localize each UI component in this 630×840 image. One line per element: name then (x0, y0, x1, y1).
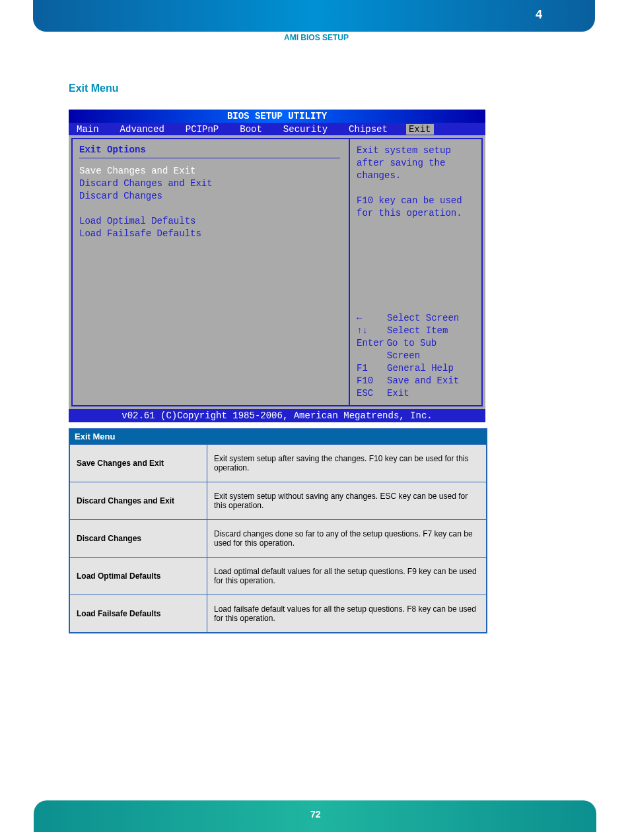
bios-option-failsafe[interactable]: Load Failsafe Defaults (79, 228, 342, 240)
bios-help-text: Exit system setup after saving the chang… (357, 145, 475, 220)
key-row: F10Save and Exit (357, 375, 475, 387)
key: F10 (357, 375, 387, 387)
table-row: Discard Changes and Exit Exit system set… (70, 482, 487, 520)
options-table-body: Save Changes and Exit Exit system setup … (69, 444, 487, 633)
option-desc: Exit system setup without saving any cha… (207, 482, 487, 520)
table-row: Load Failsafe Defaults Load failsafe def… (70, 595, 487, 633)
options-table-header: Exit Menu (69, 429, 487, 444)
key-desc: Exit (387, 387, 409, 400)
chapter-label: AMI BIOS SETUP (284, 33, 349, 42)
bios-key-legend: ←Select Screen ↑↓Select Item EnterGo to … (357, 312, 475, 400)
key-row: EnterGo to Sub Screen (357, 337, 475, 362)
key-row: ←Select Screen (357, 312, 475, 325)
key-desc: Go to Sub Screen (387, 337, 475, 362)
bios-menu-advanced[interactable]: Advanced (118, 124, 167, 135)
bios-left-panel: Exit Options Save Changes and Exit Disca… (71, 138, 350, 406)
option-desc: Discard changes done so far to any of th… (207, 520, 487, 558)
key-row: F1General Help (357, 362, 475, 375)
bios-menu-security[interactable]: Security (281, 124, 330, 135)
bios-menu-main[interactable]: Main (74, 124, 102, 135)
key: F1 (357, 362, 387, 375)
key-desc: Select Screen (387, 312, 459, 325)
spacer (79, 203, 342, 215)
key-row: ↑↓Select Item (357, 325, 475, 337)
bios-title: BIOS SETUP UTILITY (69, 110, 485, 123)
divider (79, 158, 340, 158)
options-table: Exit Menu Save Changes and Exit Exit sys… (69, 428, 487, 633)
help-line1: Exit system setup after saving the chang… (357, 145, 475, 182)
bios-menu-exit[interactable]: Exit (406, 124, 434, 135)
spacer (357, 182, 475, 195)
option-name: Save Changes and Exit (70, 445, 207, 482)
bios-right-panel: Exit system setup after saving the chang… (350, 138, 483, 406)
key: ↑↓ (357, 325, 387, 337)
key: ESC (357, 387, 387, 400)
key-row: ESCExit (357, 387, 475, 400)
section-title: Exit Menu (69, 82, 119, 94)
bios-left-heading: Exit Options (79, 145, 342, 155)
option-desc: Load optimal default values for all the … (207, 558, 487, 595)
bios-menu-bar: Main Advanced PCIPnP Boot Security Chips… (69, 123, 485, 135)
option-name: Discard Changes and Exit (70, 482, 207, 520)
bios-option-discard[interactable]: Discard Changes (79, 190, 342, 203)
bios-menu-chipset[interactable]: Chipset (346, 124, 390, 135)
bios-option-discard-exit[interactable]: Discard Changes and Exit (79, 178, 342, 190)
key: ← (357, 312, 387, 325)
top-banner: 4 (33, 0, 595, 32)
option-desc: Load failsafe default values for all the… (207, 595, 487, 633)
bios-body: Exit Options Save Changes and Exit Disca… (69, 135, 485, 409)
bios-menu-boot[interactable]: Boot (237, 124, 265, 135)
option-desc: Exit system setup after saving the chang… (207, 445, 487, 482)
table-row: Discard Changes Discard changes done so … (70, 520, 487, 558)
help-line2: F10 key can be used for this operation. (357, 195, 475, 220)
key: Enter (357, 337, 387, 362)
table-row: Load Optimal Defaults Load optimal defau… (70, 558, 487, 595)
option-name: Load Optimal Defaults (70, 558, 207, 595)
key-desc: Select Item (387, 325, 448, 337)
table-row: Save Changes and Exit Exit system setup … (70, 445, 487, 482)
page-number: 72 (310, 809, 321, 820)
bios-menu-pcipnp[interactable]: PCIPnP (183, 124, 221, 135)
option-name: Load Failsafe Defaults (70, 595, 207, 633)
bios-screenshot: BIOS SETUP UTILITY Main Advanced PCIPnP … (69, 110, 485, 422)
key-desc: General Help (387, 362, 454, 375)
bios-footer: v02.61 (C)Copyright 1985-2006, American … (69, 409, 485, 422)
chapter-number: 4 (536, 8, 542, 22)
option-name: Discard Changes (70, 520, 207, 558)
key-desc: Save and Exit (387, 375, 459, 387)
bios-option-optimal[interactable]: Load Optimal Defaults (79, 215, 342, 228)
bios-option-save-exit[interactable]: Save Changes and Exit (79, 165, 342, 178)
